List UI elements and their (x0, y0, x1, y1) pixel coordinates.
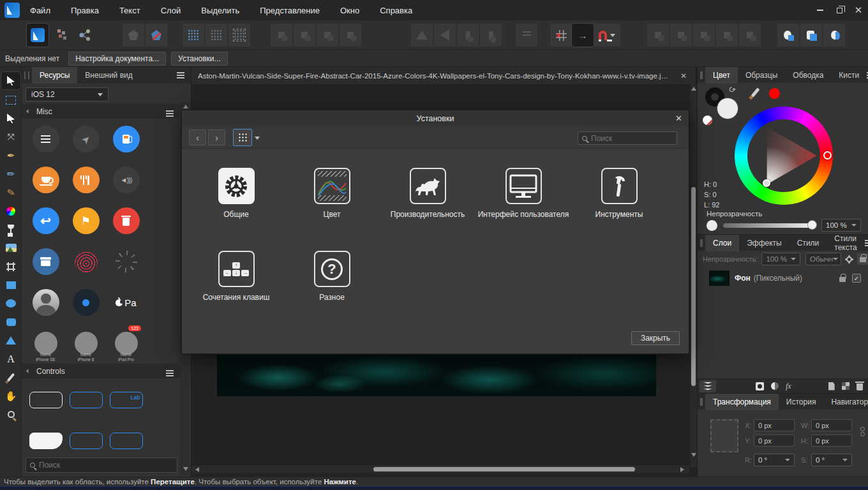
triangle-tool[interactable] (1, 332, 20, 349)
no-color-swatch[interactable] (703, 115, 712, 125)
pref-keyboard-shortcuts[interactable]: ↑ ← ↓ → Сочетания клавиш (189, 251, 283, 302)
menu-text[interactable]: Текст (109, 0, 151, 20)
minimize-button[interactable] (811, 3, 830, 18)
forward-button[interactable]: › (208, 130, 225, 145)
asset-coffee[interactable] (26, 160, 66, 200)
h-input[interactable] (811, 434, 852, 447)
tab-styles[interactable]: Стили (789, 235, 827, 251)
asset-spinner[interactable] (106, 241, 146, 282)
asset-fingerprint[interactable] (66, 241, 106, 282)
scroll-down-icon[interactable] (691, 453, 696, 457)
hue-selector[interactable] (823, 151, 832, 160)
blend-mode-combo[interactable]: Обычн (805, 253, 841, 265)
tab-effects[interactable]: Эффекты (739, 235, 789, 251)
dialog-close-button[interactable]: Закрыть (631, 331, 680, 345)
pref-user-interface[interactable]: Интерфейс пользователя (476, 168, 571, 219)
pref-tools[interactable]: Инструменты (572, 168, 666, 219)
arrange-to-front-button[interactable] (317, 24, 338, 47)
rounded-rectangle-tool[interactable] (1, 313, 20, 330)
layers-stack-button[interactable] (700, 380, 716, 392)
lock-button[interactable] (857, 253, 868, 265)
zoom-tool[interactable] (1, 406, 20, 423)
insert-behind-button[interactable] (123, 24, 144, 47)
control-field-2[interactable] (106, 420, 146, 461)
section-menu-icon[interactable] (166, 110, 174, 112)
asset-device-iphone-se[interactable]: NameiPhone SE (26, 323, 66, 364)
x-input[interactable] (754, 419, 795, 431)
move-tool[interactable] (1, 72, 20, 89)
flip-horizontal-button[interactable] (411, 24, 433, 47)
asset-category-select[interactable]: iOS 12 (26, 87, 108, 101)
mask-layer-icon[interactable] (756, 382, 764, 390)
opacity-value-box[interactable]: 100 % (821, 219, 861, 232)
asset-flag[interactable]: ⚑ (66, 200, 106, 241)
tab-appearance[interactable]: Внешний вид (77, 67, 140, 84)
artistic-text-tool[interactable]: A (1, 350, 20, 368)
swap-colors-icon[interactable]: ↺ (726, 84, 737, 95)
snapping-toggle-button[interactable] (594, 24, 620, 47)
back-button[interactable]: ‹ (189, 130, 206, 145)
asset-apple-pay[interactable]: Pa (106, 282, 146, 323)
layer-effects-icon[interactable]: fx (786, 382, 791, 391)
arrange-back-one-button[interactable] (271, 24, 292, 47)
document-close-icon[interactable]: ✕ (678, 71, 689, 80)
panel-grip[interactable] (700, 398, 703, 406)
color-picker-icon[interactable] (751, 87, 760, 97)
pencil-tool[interactable]: ✏ (1, 165, 20, 182)
dialog-search-input[interactable] (591, 134, 673, 143)
asset-fuel[interactable] (106, 119, 146, 160)
pref-performance[interactable]: Производительность (380, 168, 475, 219)
menu-select[interactable]: Выделить (191, 0, 250, 20)
document-setup-button[interactable]: Настройка документа... (68, 52, 166, 66)
controls-section-header[interactable]: Controls (22, 364, 180, 378)
y-input[interactable] (754, 434, 795, 447)
horizontal-scroll-thumb[interactable] (373, 467, 635, 471)
asset-sound[interactable]: ◄))) (106, 160, 146, 200)
menu-file[interactable]: Файл (20, 0, 61, 20)
picked-color-swatch[interactable] (769, 88, 780, 99)
control-field-1[interactable] (66, 420, 106, 461)
opacity-color-swatch[interactable] (707, 220, 717, 231)
asset-profile[interactable] (26, 282, 66, 323)
misc-section-header[interactable]: Misc (22, 104, 180, 119)
shear-combo[interactable]: 0 ° (811, 454, 852, 466)
pref-miscellaneous[interactable]: ? Разное (285, 251, 379, 302)
document-image[interactable] (217, 355, 656, 396)
opacity-slider[interactable] (723, 223, 812, 228)
horizontal-scrollbar[interactable] (191, 464, 689, 473)
move-by-whole-pixels-toggle[interactable]: → (572, 24, 594, 47)
fill-swatch[interactable] (717, 98, 738, 119)
dialog-titlebar[interactable]: Установки ✕ (182, 110, 689, 127)
rectangle-tool[interactable] (1, 276, 20, 293)
new-layer-icon[interactable] (828, 382, 835, 390)
document-tab[interactable]: Aston-Martin-Vulcan-Side-Super-Fire-Abst… (191, 67, 696, 84)
place-image-tool[interactable] (1, 239, 20, 256)
boolean-intersect-button[interactable] (693, 24, 715, 47)
insert-on-top-button[interactable] (800, 24, 822, 47)
panel-grip[interactable] (24, 71, 29, 79)
control-button-blue[interactable] (66, 380, 106, 420)
asset-device-iphone-8[interactable]: NameiPhone 8 (66, 323, 106, 364)
color-picker-tool[interactable] (1, 369, 20, 386)
fill-tool[interactable] (1, 202, 20, 219)
boolean-add-button[interactable] (647, 24, 669, 47)
preferences-button[interactable]: Установки... (171, 52, 228, 66)
link-dimensions-icon[interactable] (860, 427, 865, 437)
vertical-scroll-thumb[interactable] (691, 187, 696, 386)
snap-grid-button[interactable] (183, 24, 204, 47)
boolean-combine-button[interactable] (739, 24, 761, 47)
scroll-right-icon[interactable] (680, 467, 684, 472)
menu-help[interactable]: Справка (370, 0, 423, 20)
vector-crop-tool[interactable] (1, 258, 20, 275)
grid-view-caret-icon[interactable] (255, 137, 260, 140)
assets-search-input[interactable] (39, 461, 173, 470)
pref-general[interactable]: Общие (189, 168, 283, 219)
tab-brushes[interactable]: Кисти (831, 67, 867, 84)
panel-grip[interactable] (700, 239, 703, 247)
pixel-persona-button[interactable] (51, 24, 73, 47)
force-pixel-alignment-button[interactable] (550, 24, 572, 47)
asset-navigation[interactable]: ➤ (66, 119, 106, 160)
section-menu-icon[interactable] (166, 370, 174, 371)
boolean-subtract-button[interactable] (670, 24, 692, 47)
arrange-to-back-button[interactable] (340, 24, 361, 47)
